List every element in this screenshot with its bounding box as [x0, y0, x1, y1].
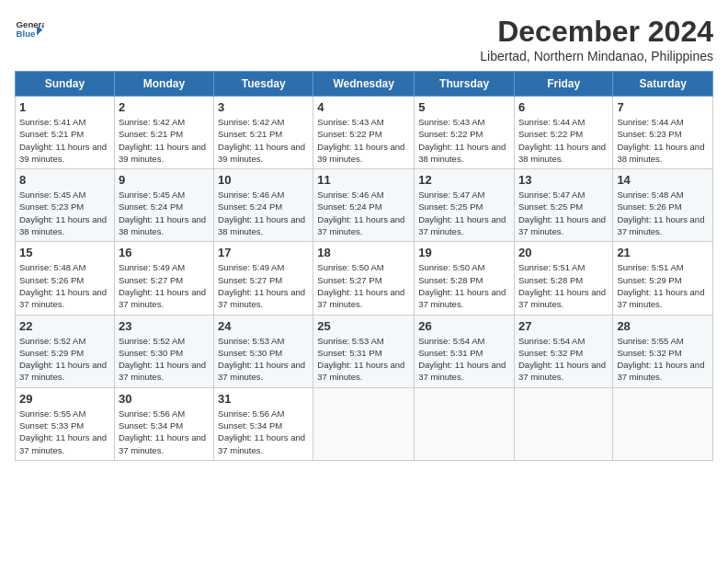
calendar-day-cell: [613, 387, 713, 460]
day-info: Sunrise: 5:44 AM Sunset: 5:23 PM Dayligh…: [617, 116, 709, 165]
calendar-day-cell: 8 Sunrise: 5:45 AM Sunset: 5:23 PM Dayli…: [16, 169, 115, 242]
calendar-table: SundayMondayTuesdayWednesdayThursdayFrid…: [15, 71, 713, 461]
day-info: Sunrise: 5:47 AM Sunset: 5:25 PM Dayligh…: [518, 189, 609, 237]
day-number: 8: [19, 173, 110, 187]
day-info: Sunrise: 5:52 AM Sunset: 5:29 PM Dayligh…: [19, 335, 110, 384]
weekday-header: Friday: [514, 72, 612, 97]
day-info: Sunrise: 5:50 AM Sunset: 5:28 PM Dayligh…: [418, 261, 510, 310]
day-number: 4: [317, 100, 410, 114]
calendar-day-cell: 3 Sunrise: 5:42 AM Sunset: 5:21 PM Dayli…: [214, 97, 313, 169]
day-number: 22: [19, 319, 110, 333]
day-info: Sunrise: 5:48 AM Sunset: 5:26 PM Dayligh…: [617, 189, 709, 237]
calendar-day-cell: 23 Sunrise: 5:52 AM Sunset: 5:30 PM Dayl…: [114, 315, 213, 387]
day-info: Sunrise: 5:55 AM Sunset: 5:32 PM Dayligh…: [617, 335, 709, 384]
calendar-day-cell: 31 Sunrise: 5:56 AM Sunset: 5:34 PM Dayl…: [214, 387, 313, 460]
month-title: December 2024: [480, 15, 713, 49]
calendar-day-cell: 16 Sunrise: 5:49 AM Sunset: 5:27 PM Dayl…: [114, 242, 213, 315]
calendar-day-cell: 17 Sunrise: 5:49 AM Sunset: 5:27 PM Dayl…: [214, 242, 313, 315]
title-area: December 2024 Libertad, Northern Mindana…: [480, 15, 713, 63]
calendar-day-cell: 14 Sunrise: 5:48 AM Sunset: 5:26 PM Dayl…: [613, 169, 713, 242]
day-number: 29: [19, 392, 110, 406]
calendar-day-cell: [415, 387, 515, 460]
weekday-header: Sunday: [16, 72, 115, 97]
calendar-day-cell: 18 Sunrise: 5:50 AM Sunset: 5:27 PM Dayl…: [313, 242, 415, 315]
calendar-day-cell: 1 Sunrise: 5:41 AM Sunset: 5:21 PM Dayli…: [16, 97, 115, 169]
calendar-week-row: 15 Sunrise: 5:48 AM Sunset: 5:26 PM Dayl…: [16, 242, 713, 315]
day-info: Sunrise: 5:44 AM Sunset: 5:22 PM Dayligh…: [518, 116, 609, 165]
calendar-day-cell: 30 Sunrise: 5:56 AM Sunset: 5:34 PM Dayl…: [114, 387, 213, 460]
day-number: 23: [119, 319, 210, 333]
day-info: Sunrise: 5:53 AM Sunset: 5:30 PM Dayligh…: [218, 335, 309, 384]
day-info: Sunrise: 5:46 AM Sunset: 5:24 PM Dayligh…: [218, 189, 309, 237]
day-number: 9: [119, 173, 210, 187]
calendar-day-cell: 24 Sunrise: 5:53 AM Sunset: 5:30 PM Dayl…: [214, 315, 313, 387]
day-info: Sunrise: 5:42 AM Sunset: 5:21 PM Dayligh…: [218, 116, 309, 165]
day-number: 19: [418, 246, 510, 259]
day-number: 17: [218, 246, 309, 259]
day-info: Sunrise: 5:47 AM Sunset: 5:25 PM Dayligh…: [418, 189, 510, 237]
calendar-day-cell: 27 Sunrise: 5:54 AM Sunset: 5:32 PM Dayl…: [514, 315, 612, 387]
day-number: 12: [418, 173, 510, 187]
calendar-day-cell: 15 Sunrise: 5:48 AM Sunset: 5:26 PM Dayl…: [16, 242, 115, 315]
calendar-day-cell: 25 Sunrise: 5:53 AM Sunset: 5:31 PM Dayl…: [313, 315, 415, 387]
weekday-header: Wednesday: [313, 72, 415, 97]
location-title: Libertad, Northern Mindanao, Philippines: [480, 49, 713, 63]
svg-text:Blue: Blue: [17, 29, 36, 39]
calendar-day-cell: 10 Sunrise: 5:46 AM Sunset: 5:24 PM Dayl…: [214, 169, 313, 242]
day-number: 27: [518, 319, 609, 333]
calendar-day-cell: 13 Sunrise: 5:47 AM Sunset: 5:25 PM Dayl…: [514, 169, 612, 242]
day-info: Sunrise: 5:50 AM Sunset: 5:27 PM Dayligh…: [317, 261, 410, 310]
day-info: Sunrise: 5:46 AM Sunset: 5:24 PM Dayligh…: [317, 189, 410, 237]
calendar-day-cell: 6 Sunrise: 5:44 AM Sunset: 5:22 PM Dayli…: [514, 97, 612, 169]
calendar-day-cell: 22 Sunrise: 5:52 AM Sunset: 5:29 PM Dayl…: [16, 315, 115, 387]
day-number: 25: [317, 319, 410, 333]
day-info: Sunrise: 5:54 AM Sunset: 5:31 PM Dayligh…: [418, 335, 510, 384]
weekday-header-row: SundayMondayTuesdayWednesdayThursdayFrid…: [16, 72, 713, 97]
calendar-day-cell: [313, 387, 415, 460]
day-info: Sunrise: 5:52 AM Sunset: 5:30 PM Dayligh…: [119, 335, 210, 384]
calendar-day-cell: 11 Sunrise: 5:46 AM Sunset: 5:24 PM Dayl…: [313, 169, 415, 242]
calendar-day-cell: 28 Sunrise: 5:55 AM Sunset: 5:32 PM Dayl…: [613, 315, 713, 387]
day-number: 20: [518, 246, 609, 259]
day-number: 24: [218, 319, 309, 333]
day-number: 18: [317, 246, 410, 259]
weekday-header: Tuesday: [214, 72, 313, 97]
day-number: 11: [317, 173, 410, 187]
day-info: Sunrise: 5:56 AM Sunset: 5:34 PM Dayligh…: [218, 408, 309, 456]
day-number: 1: [19, 100, 110, 114]
calendar-day-cell: 12 Sunrise: 5:47 AM Sunset: 5:25 PM Dayl…: [415, 169, 515, 242]
day-number: 7: [617, 100, 709, 114]
day-info: Sunrise: 5:54 AM Sunset: 5:32 PM Dayligh…: [518, 335, 609, 384]
day-number: 14: [617, 173, 709, 187]
calendar-day-cell: 29 Sunrise: 5:55 AM Sunset: 5:33 PM Dayl…: [16, 387, 115, 460]
day-number: 26: [418, 319, 510, 333]
page-header: General Blue December 2024 Libertad, Nor…: [15, 15, 713, 63]
calendar-week-row: 1 Sunrise: 5:41 AM Sunset: 5:21 PM Dayli…: [16, 97, 713, 169]
day-number: 21: [617, 246, 709, 259]
day-info: Sunrise: 5:43 AM Sunset: 5:22 PM Dayligh…: [418, 116, 510, 165]
day-info: Sunrise: 5:45 AM Sunset: 5:24 PM Dayligh…: [119, 189, 210, 237]
day-info: Sunrise: 5:56 AM Sunset: 5:34 PM Dayligh…: [119, 408, 210, 456]
day-info: Sunrise: 5:45 AM Sunset: 5:23 PM Dayligh…: [19, 189, 110, 237]
day-number: 16: [119, 246, 210, 259]
day-info: Sunrise: 5:41 AM Sunset: 5:21 PM Dayligh…: [19, 116, 110, 165]
day-info: Sunrise: 5:49 AM Sunset: 5:27 PM Dayligh…: [218, 261, 309, 310]
day-number: 3: [218, 100, 309, 114]
day-info: Sunrise: 5:42 AM Sunset: 5:21 PM Dayligh…: [119, 116, 210, 165]
calendar-week-row: 8 Sunrise: 5:45 AM Sunset: 5:23 PM Dayli…: [16, 169, 713, 242]
calendar-day-cell: 21 Sunrise: 5:51 AM Sunset: 5:29 PM Dayl…: [613, 242, 713, 315]
weekday-header: Thursday: [415, 72, 515, 97]
day-info: Sunrise: 5:43 AM Sunset: 5:22 PM Dayligh…: [317, 116, 410, 165]
calendar-day-cell: 4 Sunrise: 5:43 AM Sunset: 5:22 PM Dayli…: [313, 97, 415, 169]
day-number: 13: [518, 173, 609, 187]
calendar-week-row: 29 Sunrise: 5:55 AM Sunset: 5:33 PM Dayl…: [16, 387, 713, 460]
calendar-day-cell: [514, 387, 612, 460]
calendar-week-row: 22 Sunrise: 5:52 AM Sunset: 5:29 PM Dayl…: [16, 315, 713, 387]
calendar-day-cell: 7 Sunrise: 5:44 AM Sunset: 5:23 PM Dayli…: [613, 97, 713, 169]
calendar-day-cell: 9 Sunrise: 5:45 AM Sunset: 5:24 PM Dayli…: [114, 169, 213, 242]
day-number: 10: [218, 173, 309, 187]
day-number: 30: [119, 392, 210, 406]
weekday-header: Saturday: [613, 72, 713, 97]
day-number: 15: [19, 246, 110, 259]
weekday-header: Monday: [114, 72, 213, 97]
